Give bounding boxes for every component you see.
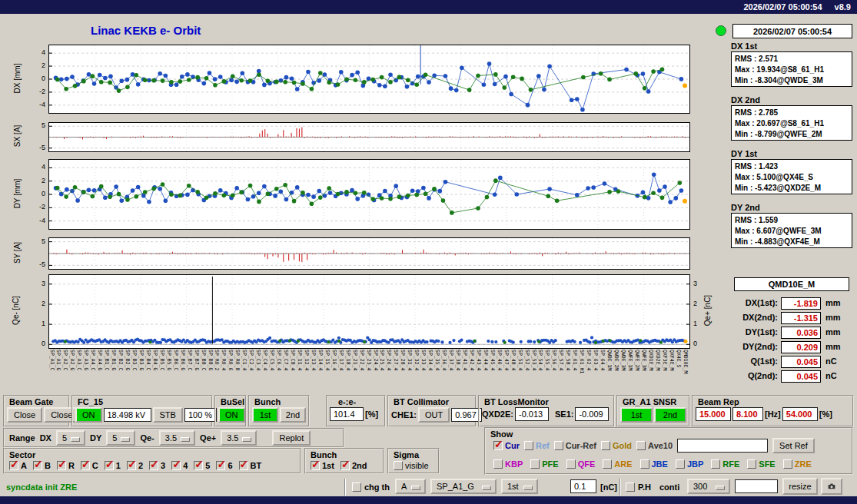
sector-3-checkbox[interactable] [149,461,158,470]
sy-steering-plot: 5-5 [48,237,690,270]
set-ref-button[interactable]: Set Ref [772,438,815,453]
sector-b-item: B [33,461,51,470]
x-axis-label: SP_B7_G [194,350,200,370]
screenshot-button[interactable] [821,478,842,495]
x-axis-label: SP_C8_4 [290,350,296,370]
device-select[interactable]: SP_A1_G [430,479,497,494]
show-gold-checkbox[interactable] [601,441,610,450]
sector-5-checkbox[interactable] [194,461,203,470]
busel-on-button[interactable]: ON [218,407,245,423]
ref-name-input[interactable] [677,439,768,453]
y-tick-label-right: 3 [693,280,697,287]
show-are-checkbox[interactable] [603,459,612,469]
show-jbe-checkbox[interactable] [640,459,649,469]
bunch-1st-button[interactable]: 1st [252,407,278,423]
show-jbp-checkbox[interactable] [676,459,685,469]
sector-bt-checkbox[interactable] [239,461,248,470]
x-axis-label: SP_23_4 [366,350,372,370]
che1-out-button[interactable]: OUT [418,407,450,423]
camera-icon [828,482,835,491]
beam-gate-close-button-1[interactable]: Close [7,407,42,423]
dx1-min: Min : -8.304@QWDE_3M [735,75,849,86]
show-qfe-checkbox[interactable] [566,459,576,469]
x-axis-label: SP_C5_4 [269,350,275,370]
range-qep-select[interactable]: 3.5 [221,430,257,446]
sector-4-checkbox[interactable] [171,461,181,470]
sigma-visible-checkbox[interactable] [394,461,403,470]
range-qem-select[interactable]: 3.5 [159,430,195,446]
bunch-2nd-button[interactable]: 2nd [280,407,306,423]
x-axis-label: SP_A2_C [62,350,68,370]
show-cur-checkbox[interactable] [493,441,503,450]
beam-rep-pct-label: [%] [819,410,832,419]
ph-checkbox[interactable] [626,482,635,492]
y-tick-label-right: 1 [693,320,697,327]
show-zre-checkbox[interactable] [783,459,792,469]
bpm-row-value: -1.315 [781,312,821,324]
sector-a-item: A [9,461,27,470]
x-axis-label: QWDE_3M [620,350,626,370]
x-axis-label: SP_B6_G [180,350,186,370]
x-axis-label: SP_33_4 [420,350,427,370]
dx1-stats-box: RMS : 2.571 Max : 19.934@S8_61_H1 Min : … [731,51,852,87]
show-sfe-checkbox[interactable] [747,459,756,469]
x-axis-label: SP_B2_G [125,350,131,370]
x-axis-label: SP_11_4 [297,350,303,370]
fc15-stb-button[interactable]: STB [153,407,183,423]
x-axis-label: SP_46_4 [497,350,503,370]
gr-a1-group-label: GR_A1 SNSR [623,397,676,406]
sector-1-checkbox[interactable] [105,461,114,470]
show-ave10-checkbox[interactable] [636,441,646,450]
sector-a-checkbox[interactable] [9,461,18,470]
y-tick-label: -2 [25,203,45,211]
resize-button[interactable]: resize [782,478,818,495]
x-axis-label: SP_43_4 [476,350,482,370]
chg-th-label: chg th [364,482,390,492]
sector-r-checkbox[interactable] [57,461,66,470]
bunch-select[interactable]: 1st [501,479,538,494]
x-axis-label: SP_61_H1 [579,350,585,373]
gr-a1-2nd-button[interactable]: 2nd [654,407,686,423]
y-tick-label: 2 [25,61,45,69]
sector-select[interactable]: A [395,479,426,494]
y-tick-label: 0 [25,75,45,82]
fc15-on-button[interactable]: ON [75,407,102,423]
show-rfe-checkbox[interactable] [711,459,720,469]
show-gold-item: Gold [601,441,632,450]
show-ref-checkbox[interactable] [524,441,533,450]
x-axis-label: SP_47_4 [503,350,510,370]
dy2-stats-box: RMS : 1.559 Max : 6.607@QWFE_3M Min : -4… [731,213,852,248]
show-cur-ref-item: Cur-Ref [554,441,596,450]
sector-6-checkbox[interactable] [216,461,225,470]
replot-button[interactable]: Replot [272,430,311,446]
interval-select[interactable]: 300 [687,479,730,494]
show-kbp-checkbox[interactable] [493,459,503,469]
range-dy-select[interactable]: 5 [106,430,135,446]
x-axis-label: SP_48_4 [510,350,517,370]
dx1-max: Max : 19.934@S8_61_H1 [735,65,849,75]
y-tick-label: 2 [25,177,45,184]
range-dx-select[interactable]: 5 [56,430,85,446]
interval-input[interactable] [735,479,778,493]
x-axis-label: SP_B3_C [131,350,138,370]
bt-collimator-group-label: BT Collimator [394,397,449,406]
sector-a-label: A [21,461,27,470]
fc15-group-label: FC_15 [78,397,103,406]
gr-a1-1st-button[interactable]: 1st [620,407,653,423]
sector-2-checkbox[interactable] [127,461,136,470]
show-pfe-checkbox[interactable] [530,459,540,469]
y-tick-label: -5 [25,260,45,268]
bunch-2nd-checkbox[interactable] [340,461,350,470]
bpm-name-axis: SP_A1_CSP_A1_GSP_A2_CSP_A2_GSP_A3_CSP_A3… [48,348,689,396]
se1-value: -0.009 [575,407,609,421]
bunch-1st-checkbox[interactable] [311,461,320,470]
show-cur-ref-checkbox[interactable] [554,441,563,450]
x-axis-label: SP_64_4 [600,350,606,370]
sector-b-checkbox[interactable] [33,461,42,470]
threshold-input[interactable]: 0.1 [570,479,596,493]
dy-orbit-plot: 420-2-4 [48,159,690,230]
chg-th-checkbox[interactable] [352,482,361,492]
bpm-row-label: DX(1st): [729,298,778,307]
sector-c-checkbox[interactable] [81,461,90,470]
sigma-group: Sigma visible [387,448,440,474]
